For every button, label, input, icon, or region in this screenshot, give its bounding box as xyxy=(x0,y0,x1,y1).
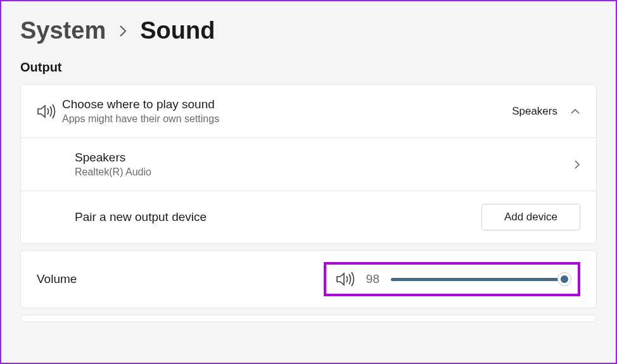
slider-thumb[interactable] xyxy=(557,272,571,286)
chevron-up-icon xyxy=(570,108,580,115)
pair-device-title: Pair a new output device xyxy=(75,210,481,224)
slider-track xyxy=(391,278,568,281)
pair-device-row: Pair a new output device Add device xyxy=(21,191,596,243)
add-device-button[interactable]: Add device xyxy=(481,204,580,230)
breadcrumb: System Sound xyxy=(20,17,597,44)
output-section-header: Output xyxy=(20,60,597,75)
volume-value: 98 xyxy=(366,272,379,286)
pair-device-text: Pair a new output device xyxy=(75,210,481,224)
volume-card: Volume 98 xyxy=(20,250,597,308)
breadcrumb-current: Sound xyxy=(140,17,215,44)
breadcrumb-parent-link[interactable]: System xyxy=(20,17,106,44)
speakers-device-title: Speakers xyxy=(75,151,574,165)
volume-slider[interactable] xyxy=(391,278,568,281)
choose-output-row[interactable]: Choose where to play sound Apps might ha… xyxy=(21,85,596,138)
choose-output-value: Speakers xyxy=(512,105,557,118)
speaker-icon xyxy=(336,271,355,287)
speakers-device-row[interactable]: Speakers Realtek(R) Audio xyxy=(21,138,596,191)
choose-output-title: Choose where to play sound xyxy=(62,97,512,111)
output-card-group: Choose where to play sound Apps might ha… xyxy=(20,84,597,244)
volume-highlight: 98 xyxy=(324,262,580,296)
partial-card xyxy=(20,315,597,322)
speakers-device-text: Speakers Realtek(R) Audio xyxy=(75,151,574,178)
chevron-right-icon xyxy=(574,160,580,170)
choose-output-subtitle: Apps might have their own settings xyxy=(62,113,512,125)
choose-output-text: Choose where to play sound Apps might ha… xyxy=(62,97,512,125)
speaker-icon xyxy=(37,103,62,120)
chevron-right-icon xyxy=(118,24,127,38)
speakers-device-subtitle: Realtek(R) Audio xyxy=(75,166,574,178)
volume-label: Volume xyxy=(37,272,77,286)
